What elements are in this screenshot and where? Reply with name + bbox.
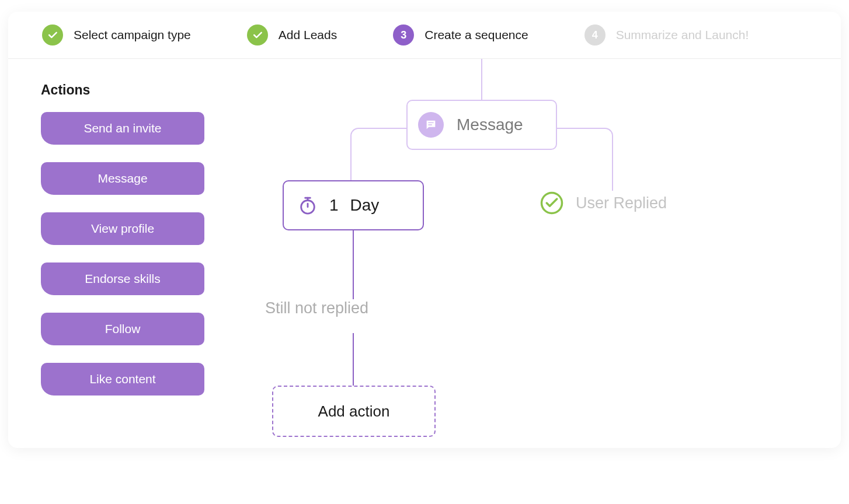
step-label: Summarize and Launch! [616,28,749,42]
body: Actions Send an invite Message View prof… [8,59,841,448]
action-endorse-skills[interactable]: Endorse skills [41,262,204,295]
wait-count: 1 [329,196,339,215]
step-4[interactable]: 4 Summarize and Launch! [584,24,749,46]
action-follow[interactable]: Follow [41,313,204,345]
check-circle-icon [540,191,564,215]
connector-line [353,333,354,386]
page-wrapper: Select campaign type Add Leads 3 Create … [0,0,849,460]
connector-line [481,59,482,100]
step-label: Select campaign type [74,28,191,42]
step-label: Create a sequence [424,28,528,42]
connector-line [556,128,613,193]
add-action-label: Add action [318,402,390,421]
node-message[interactable]: Message [406,100,557,150]
check-icon [247,24,268,46]
connector-line [353,230,354,299]
card: Select campaign type Add Leads 3 Create … [8,12,841,448]
user-replied-label: User Replied [576,194,667,212]
node-still-not-replied: Still not replied [265,299,368,317]
connector-line [350,128,408,180]
step-number-badge: 3 [393,24,414,46]
action-send-invite[interactable]: Send an invite [41,112,204,145]
actions-title: Actions [41,82,204,98]
step-2[interactable]: Add Leads [247,24,337,46]
sequence-canvas: Message 1 Day [228,82,808,413]
wait-unit: Day [350,196,380,215]
node-user-replied: User Replied [540,191,667,215]
node-message-label: Message [457,116,523,134]
stepper: Select campaign type Add Leads 3 Create … [8,12,841,59]
step-number-badge: 4 [584,24,606,46]
actions-sidebar: Actions Send an invite Message View prof… [41,82,204,413]
check-icon [42,24,63,46]
node-wait[interactable]: 1 Day [283,180,424,230]
step-1[interactable]: Select campaign type [42,24,191,46]
step-label: Add Leads [279,28,337,42]
action-view-profile[interactable]: View profile [41,212,204,245]
action-message[interactable]: Message [41,162,204,195]
timer-icon [298,195,318,215]
add-action-dropzone[interactable]: Add action [272,386,436,437]
step-3[interactable]: 3 Create a sequence [393,24,528,46]
action-like-content[interactable]: Like content [41,363,204,396]
message-icon [418,112,444,138]
